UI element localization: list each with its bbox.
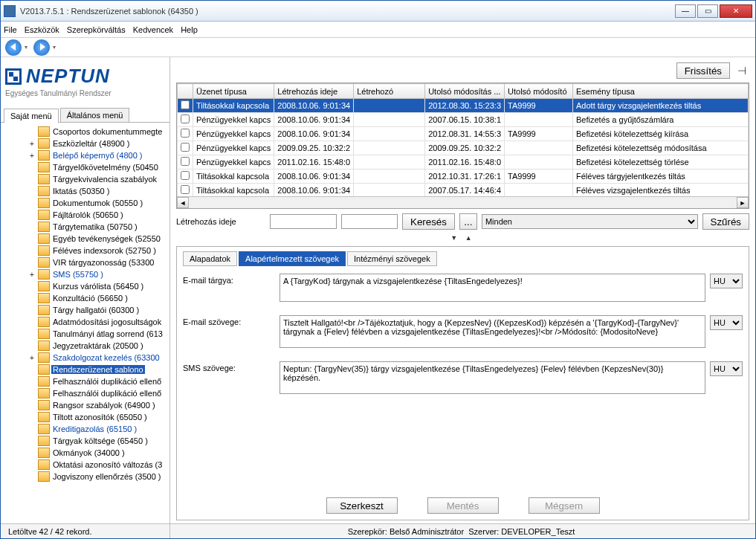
table-row[interactable]: Tiltásokkal kapcsola2008.10.06. 9:01:342… — [178, 170, 749, 184]
menu-file[interactable]: File — [4, 25, 17, 34]
email-subject-lang[interactable]: HU — [710, 274, 743, 288]
table-row[interactable]: Tiltásokkal kapcsola2008.10.06. 9:01:342… — [178, 184, 749, 197]
save-button[interactable]: Mentés — [427, 497, 499, 514]
tree-item[interactable]: Iktatás (50350 ) — [4, 185, 169, 197]
table-row[interactable]: Pénzügyekkel kapcs2011.02.16. 15:48:0201… — [178, 155, 749, 170]
email-body-lang[interactable]: HU — [710, 315, 743, 330]
tree-item[interactable]: +Eszközleltár (48900 ) — [4, 138, 169, 149]
menu-help[interactable]: Help — [181, 25, 198, 34]
maximize-button[interactable]: ▭ — [697, 4, 718, 18]
table-row[interactable]: Pénzügyekkel kapcs2009.09.25. 10:32:2200… — [178, 141, 749, 155]
tree-item-label[interactable]: Féléves indexsorok (52750 ) — [51, 246, 158, 255]
col-type[interactable]: Üzenet típusa — [193, 84, 274, 99]
tree-item[interactable]: Rangsor szabályok (64900 ) — [4, 399, 169, 411]
col-creator[interactable]: Létrehozó — [354, 84, 425, 99]
col-event[interactable]: Esemény típusa — [573, 84, 749, 99]
tree-item[interactable]: Jogviszony ellenőrzés (3500 ) — [4, 471, 169, 482]
row-checkbox[interactable] — [181, 129, 190, 138]
tree-item[interactable]: +Szakdolgozat kezelés (63300 — [4, 352, 169, 364]
row-checkbox[interactable] — [181, 185, 190, 194]
tree-item-label[interactable]: Jogviszony ellenőrzés (3500 ) — [51, 472, 163, 481]
splitter-handle[interactable]: ▼ ▲ — [176, 234, 749, 243]
row-checkbox[interactable] — [181, 157, 190, 166]
search-from-input[interactable] — [270, 214, 337, 229]
tab-default-texts[interactable]: Alapértelmezett szövegek — [239, 251, 346, 266]
edit-button[interactable]: Szerkeszt — [326, 497, 398, 514]
sms-lang[interactable]: HU — [710, 361, 743, 376]
tree-item-label[interactable]: VIR tárgyazonosság (53300 — [51, 258, 155, 267]
tree-item-label[interactable]: Csoportos dokumentummegte — [51, 127, 164, 136]
tree-item-label[interactable]: Eszközleltár (48900 ) — [51, 139, 131, 148]
tree-item[interactable]: Felhasználói duplikáció ellenő — [4, 375, 169, 387]
tree-item-label[interactable]: Tárgyak költsége (65450 ) — [51, 436, 149, 445]
tree-item-label[interactable]: Okmányok (34000 ) — [51, 448, 126, 457]
tree-item-label[interactable]: Tiltott azonosítók (65050 ) — [51, 413, 149, 422]
tree-item-label[interactable]: SMS (55750 ) — [51, 270, 105, 279]
search-scope-select[interactable]: Minden — [482, 214, 698, 229]
tab-institution-texts[interactable]: Intézményi szövegek — [347, 251, 437, 266]
tree-item[interactable]: Felhasználói duplikáció ellenő — [4, 387, 169, 399]
tree-item[interactable]: Kurzus várólista (56450 ) — [4, 280, 169, 292]
grid-table[interactable]: Üzenet típusa Létrehozás ideje Létrehozó… — [177, 83, 749, 196]
scroll-left-icon[interactable]: ◄ — [177, 197, 189, 208]
cancel-button[interactable]: Mégsem — [529, 497, 600, 514]
tree-item-label[interactable]: Dokumentumok (50550 ) — [51, 199, 144, 207]
tree-item[interactable]: Tárgyak költsége (65450 ) — [4, 435, 169, 447]
tab-own-menu[interactable]: Saját menü — [4, 109, 59, 123]
nav-back-dropdown-icon[interactable]: ▾ — [25, 44, 28, 51]
tree-item[interactable]: Tárgyelőkövetelmény (50450 — [4, 161, 169, 173]
menu-favorites[interactable]: Kedvencek — [133, 25, 173, 34]
tree-item-label[interactable]: Egyéb tevékenységek (52550 — [51, 234, 162, 243]
tree-item[interactable]: +Belépő képernyő (4800 ) — [4, 149, 169, 161]
email-body-input[interactable]: Tisztelt Hallgató!<br />Tájékoztatjuk, h… — [280, 315, 705, 348]
tree-item-label[interactable]: Konzultáció (56650 ) — [51, 294, 129, 303]
tree-item-label[interactable]: Fájltárolók (50650 ) — [51, 210, 125, 219]
table-row[interactable]: Pénzügyekkel kapcs2008.10.06. 9:01:34201… — [178, 127, 749, 141]
tree-item[interactable]: Tárgy hallgatói (60300 ) — [4, 304, 169, 316]
tree-item[interactable]: +SMS (55750 ) — [4, 268, 169, 280]
tree-item-label[interactable]: Belépő képernyő (4800 ) — [51, 151, 143, 160]
expand-icon[interactable]: + — [28, 271, 36, 279]
tree-item-label[interactable]: Tanulmányi átlag sorrend (613 — [51, 329, 164, 338]
tree-item[interactable]: Fájltárolók (50650 ) — [4, 209, 169, 221]
col-modifier[interactable]: Utolsó módosító — [505, 84, 573, 99]
tree-item[interactable]: Adatmódosítási jogosultságok — [4, 316, 169, 328]
tree-item[interactable]: Tárgyekvivalencia szabályok — [4, 173, 169, 185]
tree-item-label[interactable]: Tárgy hallgatói (60300 ) — [51, 306, 140, 314]
table-row[interactable]: Tiltásokkal kapcsola2008.10.06. 9:01:342… — [178, 99, 749, 113]
close-button[interactable]: ✕ — [720, 4, 752, 18]
tree-item-label[interactable]: Rangsor szabályok (64900 ) — [51, 401, 157, 410]
tree-item-label[interactable]: Felhasználói duplikáció ellenő — [51, 389, 163, 398]
search-to-input[interactable] — [341, 214, 398, 229]
tree-item-label[interactable]: Iktatás (50350 ) — [51, 187, 111, 196]
scroll-right-icon[interactable]: ► — [737, 197, 749, 208]
tree-item-label[interactable]: Kurzus várólista (56450 ) — [51, 282, 145, 291]
tree-item[interactable]: Tárgytematika (50750 ) — [4, 221, 169, 233]
tree-item[interactable]: Oktatási azonosító változás (3 — [4, 459, 169, 471]
menu-role[interactable]: Szerepkörváltás — [67, 25, 126, 34]
tree-item[interactable]: Féléves indexsorok (52750 ) — [4, 245, 169, 256]
tree-item[interactable]: Csoportos dokumentummegte — [4, 126, 169, 138]
col-check[interactable] — [178, 84, 193, 99]
search-button[interactable]: Keresés — [402, 213, 455, 230]
expand-icon[interactable]: + — [28, 152, 36, 160]
row-checkbox[interactable] — [181, 100, 190, 109]
tree-item[interactable]: Tanulmányi átlag sorrend (613 — [4, 328, 169, 340]
row-checkbox[interactable] — [181, 143, 190, 152]
filter-button[interactable]: Szűrés — [702, 213, 749, 230]
tree-item-label[interactable]: Oktatási azonosító változás (3 — [51, 460, 164, 469]
grid-hscroll[interactable]: ◄ ► — [177, 196, 749, 208]
tree-item[interactable]: VIR tárgyazonosság (53300 — [4, 256, 169, 268]
nav-forward-dropdown-icon[interactable]: ▾ — [53, 44, 56, 51]
tree-item-label[interactable]: Kreditigazolás (65150 ) — [51, 425, 138, 433]
tree-item-label[interactable]: Felhasználói duplikáció ellenő — [51, 377, 163, 386]
tree-item-label[interactable]: Rendszerüzenet sablono — [51, 365, 145, 374]
refresh-button[interactable]: Frissítés — [676, 62, 730, 79]
tree-item-label[interactable]: Jegyzetraktárak (20500 ) — [51, 341, 145, 350]
tree-item[interactable]: Dokumentumok (50550 ) — [4, 197, 169, 209]
tab-basic-data[interactable]: Alapadatok — [183, 251, 237, 266]
tree-item[interactable]: Egyéb tevékenységek (52550 — [4, 233, 169, 245]
tree-item[interactable]: Kreditigazolás (65150 ) — [4, 423, 169, 435]
tree-item-label[interactable]: Tárgytematika (50750 ) — [51, 222, 139, 231]
sms-input[interactable]: Neptun: {TargyNev(35)} tárgy vizsgajelen… — [280, 361, 705, 394]
